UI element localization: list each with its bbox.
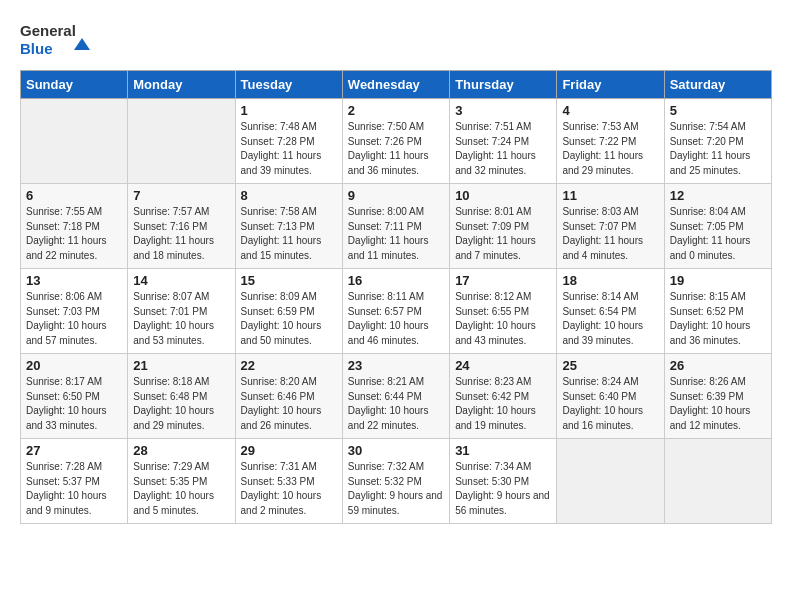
day-info: Sunrise: 7:58 AMSunset: 7:13 PMDaylight:…: [241, 205, 337, 263]
day-info: Sunrise: 8:11 AMSunset: 6:57 PMDaylight:…: [348, 290, 444, 348]
day-number: 21: [133, 358, 229, 373]
day-cell: 7Sunrise: 7:57 AMSunset: 7:16 PMDaylight…: [128, 184, 235, 269]
day-number: 14: [133, 273, 229, 288]
day-cell: 24Sunrise: 8:23 AMSunset: 6:42 PMDayligh…: [450, 354, 557, 439]
day-info: Sunrise: 7:31 AMSunset: 5:33 PMDaylight:…: [241, 460, 337, 518]
day-number: 27: [26, 443, 122, 458]
day-cell: 5Sunrise: 7:54 AMSunset: 7:20 PMDaylight…: [664, 99, 771, 184]
day-info: Sunrise: 8:04 AMSunset: 7:05 PMDaylight:…: [670, 205, 766, 263]
svg-text:General: General: [20, 22, 76, 39]
day-number: 22: [241, 358, 337, 373]
day-cell: 12Sunrise: 8:04 AMSunset: 7:05 PMDayligh…: [664, 184, 771, 269]
weekday-header-tuesday: Tuesday: [235, 71, 342, 99]
day-info: Sunrise: 8:21 AMSunset: 6:44 PMDaylight:…: [348, 375, 444, 433]
day-cell: 1Sunrise: 7:48 AMSunset: 7:28 PMDaylight…: [235, 99, 342, 184]
day-cell: 27Sunrise: 7:28 AMSunset: 5:37 PMDayligh…: [21, 439, 128, 524]
day-info: Sunrise: 7:32 AMSunset: 5:32 PMDaylight:…: [348, 460, 444, 518]
svg-text:Blue: Blue: [20, 40, 53, 57]
weekday-header-friday: Friday: [557, 71, 664, 99]
day-info: Sunrise: 8:14 AMSunset: 6:54 PMDaylight:…: [562, 290, 658, 348]
weekday-header-monday: Monday: [128, 71, 235, 99]
day-info: Sunrise: 8:01 AMSunset: 7:09 PMDaylight:…: [455, 205, 551, 263]
day-info: Sunrise: 8:18 AMSunset: 6:48 PMDaylight:…: [133, 375, 229, 433]
day-cell: 3Sunrise: 7:51 AMSunset: 7:24 PMDaylight…: [450, 99, 557, 184]
day-cell: 10Sunrise: 8:01 AMSunset: 7:09 PMDayligh…: [450, 184, 557, 269]
day-number: 28: [133, 443, 229, 458]
day-number: 4: [562, 103, 658, 118]
day-info: Sunrise: 7:51 AMSunset: 7:24 PMDaylight:…: [455, 120, 551, 178]
day-cell: 6Sunrise: 7:55 AMSunset: 7:18 PMDaylight…: [21, 184, 128, 269]
day-number: 20: [26, 358, 122, 373]
day-number: 13: [26, 273, 122, 288]
day-info: Sunrise: 7:29 AMSunset: 5:35 PMDaylight:…: [133, 460, 229, 518]
day-cell: [557, 439, 664, 524]
day-cell: 19Sunrise: 8:15 AMSunset: 6:52 PMDayligh…: [664, 269, 771, 354]
day-number: 2: [348, 103, 444, 118]
weekday-header-thursday: Thursday: [450, 71, 557, 99]
day-number: 30: [348, 443, 444, 458]
day-number: 31: [455, 443, 551, 458]
day-number: 26: [670, 358, 766, 373]
day-cell: 13Sunrise: 8:06 AMSunset: 7:03 PMDayligh…: [21, 269, 128, 354]
day-info: Sunrise: 8:06 AMSunset: 7:03 PMDaylight:…: [26, 290, 122, 348]
day-number: 19: [670, 273, 766, 288]
day-number: 8: [241, 188, 337, 203]
day-number: 6: [26, 188, 122, 203]
day-number: 25: [562, 358, 658, 373]
calendar-table: SundayMondayTuesdayWednesdayThursdayFrid…: [20, 70, 772, 524]
day-cell: 17Sunrise: 8:12 AMSunset: 6:55 PMDayligh…: [450, 269, 557, 354]
day-cell: 4Sunrise: 7:53 AMSunset: 7:22 PMDaylight…: [557, 99, 664, 184]
day-info: Sunrise: 8:00 AMSunset: 7:11 PMDaylight:…: [348, 205, 444, 263]
day-number: 10: [455, 188, 551, 203]
day-cell: [664, 439, 771, 524]
day-number: 11: [562, 188, 658, 203]
day-info: Sunrise: 8:17 AMSunset: 6:50 PMDaylight:…: [26, 375, 122, 433]
day-cell: 23Sunrise: 8:21 AMSunset: 6:44 PMDayligh…: [342, 354, 449, 439]
day-number: 15: [241, 273, 337, 288]
day-cell: 11Sunrise: 8:03 AMSunset: 7:07 PMDayligh…: [557, 184, 664, 269]
day-number: 5: [670, 103, 766, 118]
day-info: Sunrise: 7:28 AMSunset: 5:37 PMDaylight:…: [26, 460, 122, 518]
day-cell: 2Sunrise: 7:50 AMSunset: 7:26 PMDaylight…: [342, 99, 449, 184]
day-cell: 16Sunrise: 8:11 AMSunset: 6:57 PMDayligh…: [342, 269, 449, 354]
day-info: Sunrise: 8:09 AMSunset: 6:59 PMDaylight:…: [241, 290, 337, 348]
day-number: 9: [348, 188, 444, 203]
day-info: Sunrise: 7:48 AMSunset: 7:28 PMDaylight:…: [241, 120, 337, 178]
day-number: 24: [455, 358, 551, 373]
day-number: 12: [670, 188, 766, 203]
day-cell: 22Sunrise: 8:20 AMSunset: 6:46 PMDayligh…: [235, 354, 342, 439]
week-row-3: 13Sunrise: 8:06 AMSunset: 7:03 PMDayligh…: [21, 269, 772, 354]
day-info: Sunrise: 8:12 AMSunset: 6:55 PMDaylight:…: [455, 290, 551, 348]
logo-svg: GeneralBlue: [20, 20, 100, 60]
page-header: GeneralBlue: [20, 20, 772, 60]
day-number: 1: [241, 103, 337, 118]
day-cell: 9Sunrise: 8:00 AMSunset: 7:11 PMDaylight…: [342, 184, 449, 269]
day-info: Sunrise: 8:15 AMSunset: 6:52 PMDaylight:…: [670, 290, 766, 348]
day-cell: 29Sunrise: 7:31 AMSunset: 5:33 PMDayligh…: [235, 439, 342, 524]
weekday-header-row: SundayMondayTuesdayWednesdayThursdayFrid…: [21, 71, 772, 99]
day-number: 18: [562, 273, 658, 288]
day-info: Sunrise: 7:55 AMSunset: 7:18 PMDaylight:…: [26, 205, 122, 263]
week-row-1: 1Sunrise: 7:48 AMSunset: 7:28 PMDaylight…: [21, 99, 772, 184]
day-cell: 14Sunrise: 8:07 AMSunset: 7:01 PMDayligh…: [128, 269, 235, 354]
day-cell: 8Sunrise: 7:58 AMSunset: 7:13 PMDaylight…: [235, 184, 342, 269]
day-number: 16: [348, 273, 444, 288]
week-row-5: 27Sunrise: 7:28 AMSunset: 5:37 PMDayligh…: [21, 439, 772, 524]
day-cell: 21Sunrise: 8:18 AMSunset: 6:48 PMDayligh…: [128, 354, 235, 439]
day-number: 3: [455, 103, 551, 118]
week-row-2: 6Sunrise: 7:55 AMSunset: 7:18 PMDaylight…: [21, 184, 772, 269]
weekday-header-wednesday: Wednesday: [342, 71, 449, 99]
day-cell: 31Sunrise: 7:34 AMSunset: 5:30 PMDayligh…: [450, 439, 557, 524]
day-cell: [128, 99, 235, 184]
day-info: Sunrise: 8:07 AMSunset: 7:01 PMDaylight:…: [133, 290, 229, 348]
day-info: Sunrise: 8:20 AMSunset: 6:46 PMDaylight:…: [241, 375, 337, 433]
weekday-header-saturday: Saturday: [664, 71, 771, 99]
day-info: Sunrise: 8:23 AMSunset: 6:42 PMDaylight:…: [455, 375, 551, 433]
day-cell: 30Sunrise: 7:32 AMSunset: 5:32 PMDayligh…: [342, 439, 449, 524]
day-number: 17: [455, 273, 551, 288]
day-cell: 25Sunrise: 8:24 AMSunset: 6:40 PMDayligh…: [557, 354, 664, 439]
logo: GeneralBlue: [20, 20, 100, 60]
week-row-4: 20Sunrise: 8:17 AMSunset: 6:50 PMDayligh…: [21, 354, 772, 439]
svg-marker-2: [74, 38, 90, 50]
day-info: Sunrise: 7:54 AMSunset: 7:20 PMDaylight:…: [670, 120, 766, 178]
